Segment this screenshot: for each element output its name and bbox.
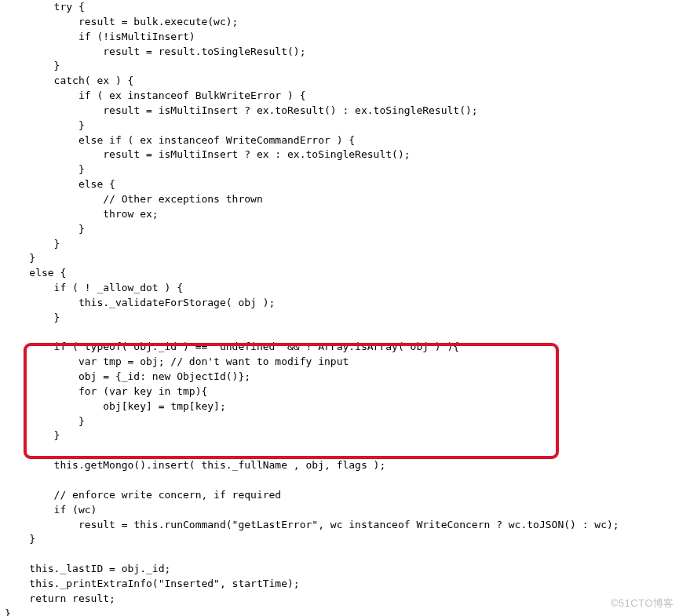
code-line: this._printExtraInfo("Inserted", startTi…	[5, 578, 300, 589]
code-line: var tmp = obj; // don't want to modify i…	[5, 355, 349, 367]
code-line: obj[key] = tmp[key];	[5, 400, 226, 412]
code-line: try {	[5, 1, 85, 13]
code-line: if (!isMultiInsert)	[5, 31, 195, 42]
code-line: result = isMultiInsert ? ex.toResult() :…	[5, 104, 478, 116]
code-block: try { result = bulk.execute(wc); if (!is…	[0, 0, 679, 616]
code-line: // Other exceptions thrown	[5, 193, 263, 205]
code-line: result = result.toSingleResult();	[5, 46, 306, 57]
code-line: }	[5, 252, 35, 264]
code-line: }	[5, 429, 60, 441]
code-line: }	[5, 312, 60, 323]
code-line: else if ( ex instanceof WriteCommandErro…	[5, 134, 355, 146]
code-line: if ( ! _allow_dot ) {	[5, 282, 183, 293]
code-line: }	[5, 238, 60, 250]
code-line: for (var key in tmp){	[5, 385, 207, 397]
code-line: return result;	[5, 592, 115, 604]
code-line: }	[5, 533, 35, 545]
code-line: }	[5, 607, 11, 616]
code-line: this._validateForStorage( obj );	[5, 297, 275, 308]
code-line: throw ex;	[5, 208, 159, 220]
code-line: result = bulk.execute(wc);	[5, 16, 238, 27]
code-line: }	[5, 163, 85, 175]
code-line: if (wc)	[5, 504, 97, 516]
code-line: }	[5, 119, 85, 131]
page-root: try { result = bulk.execute(wc); if (!is…	[0, 0, 679, 616]
code-line: }	[5, 60, 60, 71]
code-line: }	[5, 415, 85, 427]
code-line: // enforce write concern, if required	[5, 489, 281, 501]
code-line: obj = {_id: new ObjectId()};	[5, 370, 250, 382]
code-line: this._lastID = obj._id;	[5, 563, 170, 574]
code-line: this.getMongo().insert( this._fullName ,…	[5, 459, 385, 471]
watermark-label: ©51CTO博客	[611, 596, 674, 611]
code-line: if ( ex instanceof BulkWriteError ) {	[5, 89, 306, 101]
code-line: }	[5, 223, 85, 235]
code-line: if ( typeof( obj._id ) == "undefined" &&…	[5, 341, 459, 352]
code-line: result = isMultiInsert ? ex : ex.toSingl…	[5, 148, 411, 160]
code-line: else {	[5, 267, 66, 279]
code-line: result = this.runCommand("getLastError",…	[5, 519, 619, 530]
code-line: else {	[5, 178, 115, 190]
code-line: catch( ex ) {	[5, 75, 133, 86]
